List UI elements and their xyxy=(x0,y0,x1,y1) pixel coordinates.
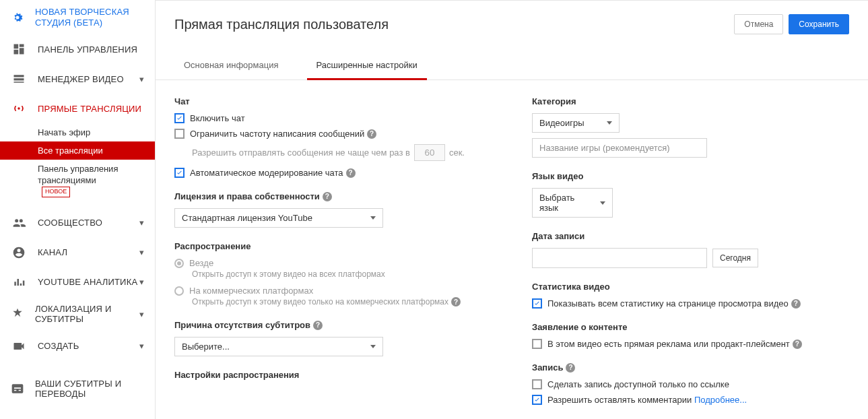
paid-promotion-checkbox[interactable] xyxy=(532,339,542,349)
distribution-everywhere-radio[interactable] xyxy=(174,259,184,268)
chevron-down-icon: ▾ xyxy=(139,341,144,351)
allow-comments-checkbox[interactable] xyxy=(532,395,542,405)
unlisted-label: Сделать запись доступной только по ссылк… xyxy=(547,379,729,389)
show-stats-checkbox[interactable] xyxy=(532,298,542,309)
chevron-down-icon: ▾ xyxy=(139,218,144,228)
channel-icon xyxy=(11,245,27,261)
dashboard-icon xyxy=(11,41,27,57)
sidebar-item-label: ПРЯМЫЕ ТРАНСЛЯЦИИ xyxy=(38,104,141,114)
sidebar-item-label: ПАНЕЛЬ УПРАВЛЕНИЯ xyxy=(38,44,137,55)
broadcast-icon xyxy=(11,100,27,117)
subtitles-icon xyxy=(11,381,24,397)
sidebar-item-live-streaming[interactable]: ПРЯМЫЕ ТРАНСЛЯЦИИ xyxy=(0,94,155,123)
camera-icon xyxy=(11,338,27,354)
help-icon[interactable]: ? xyxy=(793,340,802,349)
sidebar-item-video-manager[interactable]: МЕНЕДЖЕР ВИДЕО ▾ xyxy=(0,64,155,94)
right-column: Категория Видеоигры Язык видео Выбрать я… xyxy=(532,96,849,418)
caret-down-icon xyxy=(370,345,376,348)
distribution-monetized-radio[interactable] xyxy=(174,286,184,296)
license-select[interactable]: Стандартная лицензия YouTube xyxy=(174,208,383,228)
help-icon[interactable]: ? xyxy=(367,129,376,139)
sidebar-item-label: КАНАЛ xyxy=(38,247,67,257)
stats-section-title: Статистика видео xyxy=(532,282,849,292)
today-button[interactable]: Сегодня xyxy=(712,249,758,267)
caret-down-icon xyxy=(370,216,376,220)
page-header: Прямая трансляция пользователя Отмена Со… xyxy=(156,1,868,53)
sidebar-item-dashboard[interactable]: ПАНЕЛЬ УПРАВЛЕНИЯ xyxy=(0,34,155,64)
record-date-title: Дата записи xyxy=(532,231,849,241)
chevron-down-icon: ▾ xyxy=(139,74,144,84)
chevron-down-icon: ▾ xyxy=(139,309,144,319)
captions-reason-select[interactable]: Выберите... xyxy=(174,337,383,356)
distribution-section-title: Распространение xyxy=(174,241,492,251)
sidebar-item-your-contributions[interactable]: ВАШИ СУБТИТРЫ И ПЕРЕВОДЫ xyxy=(0,372,155,406)
distribution-settings-title: Настройки распространения xyxy=(174,370,492,380)
allow-comments-label: Разрешить оставлять комментарии xyxy=(547,395,692,405)
page-title: Прямая трансляция пользователя xyxy=(174,17,389,32)
tab-basic-info[interactable]: Основная информация xyxy=(174,53,288,79)
sidebar-item-community[interactable]: СООБЩЕСТВО ▾ xyxy=(0,208,155,238)
sidebar-item-localization[interactable]: ЛОКАЛИЗАЦИЯ И СУБТИТРЫ ▾ xyxy=(0,297,155,331)
live-streaming-submenu: Начать эфир Все трансляции Панель управл… xyxy=(0,123,155,201)
automod-label: Автоматическое модерирование чата xyxy=(190,168,343,178)
sidebar-item-channel[interactable]: КАНАЛ ▾ xyxy=(0,238,155,267)
automod-checkbox[interactable] xyxy=(174,168,185,178)
chevron-down-icon: ▾ xyxy=(139,247,144,257)
limit-messages-label: Ограничить частоту написания сообщений xyxy=(190,129,364,139)
sidebar-item-label: НОВАЯ ТВОРЧЕСКАЯ СТУДИЯ (БЕТА) xyxy=(35,7,144,28)
translate-icon xyxy=(11,306,24,322)
main-content: Прямая трансляция пользователя Отмена Со… xyxy=(155,0,868,419)
tab-advanced-settings[interactable]: Расширенные настройки xyxy=(307,53,427,79)
community-icon xyxy=(11,215,27,231)
show-stats-label: Показывать всем статистику на странице п… xyxy=(547,298,789,309)
sub-item-all-streams[interactable]: Все трансляции xyxy=(0,141,155,160)
chevron-down-icon: ▾ xyxy=(139,277,144,287)
paid-promotion-label: В этом видео есть прямая реклама или про… xyxy=(547,339,790,349)
analytics-icon xyxy=(11,274,27,290)
caret-down-icon xyxy=(600,201,605,205)
chat-section-title: Чат xyxy=(174,96,492,106)
category-select[interactable]: Видеоигры xyxy=(532,113,620,133)
enable-chat-checkbox[interactable] xyxy=(174,113,185,123)
category-section-title: Категория xyxy=(532,96,849,106)
sidebar-item-label: ЛОКАЛИЗАЦИЯ И СУБТИТРЫ xyxy=(35,304,139,325)
caret-down-icon xyxy=(607,121,612,125)
sidebar-item-create[interactable]: СОЗДАТЬ ▾ xyxy=(0,331,155,361)
video-manager-icon xyxy=(11,71,27,87)
language-select[interactable]: Выбрать язык xyxy=(532,188,613,218)
sub-item-live-dashboard[interactable]: Панель управления трансляциями НОВОЕ xyxy=(38,160,155,201)
license-section-title: Лицензия и права собственности xyxy=(174,191,320,201)
learn-more-link[interactable]: Подробнее... xyxy=(694,395,747,405)
cancel-button[interactable]: Отмена xyxy=(734,14,783,34)
sidebar: НОВАЯ ТВОРЧЕСКАЯ СТУДИЯ (БЕТА) ПАНЕЛЬ УП… xyxy=(0,0,155,419)
help-icon[interactable]: ? xyxy=(346,168,356,178)
help-icon[interactable]: ? xyxy=(451,297,461,307)
help-icon[interactable]: ? xyxy=(566,363,575,373)
unlisted-checkbox[interactable] xyxy=(532,379,542,389)
game-title-input[interactable] xyxy=(532,138,707,158)
help-icon[interactable]: ? xyxy=(791,299,801,309)
record-date-input[interactable] xyxy=(532,248,707,268)
help-icon[interactable]: ? xyxy=(323,192,332,201)
tabs: Основная информация Расширенные настройк… xyxy=(156,53,868,80)
message-frequency-input[interactable] xyxy=(414,144,445,161)
sidebar-item-analytics[interactable]: YOUTUBE АНАЛИТИКА ▾ xyxy=(0,267,155,297)
content-declaration-title: Заявление о контенте xyxy=(532,322,849,332)
limit-messages-checkbox[interactable] xyxy=(174,129,185,139)
recording-section-title: Запись xyxy=(532,362,563,373)
sidebar-item-label: YOUTUBE АНАЛИТИКА xyxy=(38,277,137,287)
sidebar-item-label: МЕНЕДЖЕР ВИДЕО xyxy=(38,74,124,84)
enable-chat-label: Включить чат xyxy=(190,113,245,123)
sidebar-item-label: СОЗДАТЬ xyxy=(38,341,79,351)
sidebar-item-studio-beta[interactable]: НОВАЯ ТВОРЧЕСКАЯ СТУДИЯ (БЕТА) xyxy=(0,0,155,34)
sidebar-item-label: СООБЩЕСТВО xyxy=(38,218,102,228)
language-section-title: Язык видео xyxy=(532,171,849,181)
gear-icon xyxy=(11,9,24,26)
save-button[interactable]: Сохранить xyxy=(789,14,849,34)
help-icon[interactable]: ? xyxy=(313,321,323,330)
sidebar-item-label: ВАШИ СУБТИТРЫ И ПЕРЕВОДЫ xyxy=(35,379,144,399)
captions-reason-title: Причина отсутствия субтитров xyxy=(174,320,310,330)
sub-item-stream-now[interactable]: Начать эфир xyxy=(38,123,155,141)
new-badge: НОВОЕ xyxy=(42,187,70,197)
left-column: Чат Включить чат Ограничить частоту напи… xyxy=(174,96,492,418)
